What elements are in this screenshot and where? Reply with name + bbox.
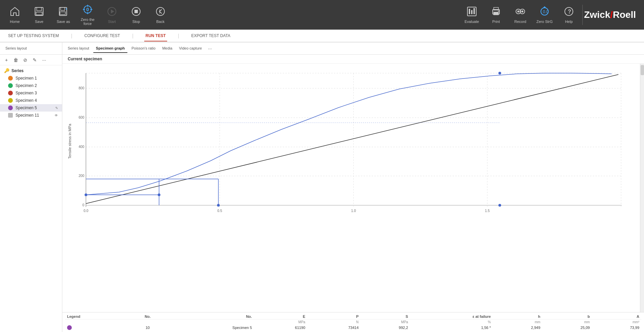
sub-tab-video[interactable]: Video capture bbox=[176, 44, 205, 53]
left-toolbar: + 🗑 ⊘ ✎ ··· bbox=[0, 55, 62, 65]
svg-text:?: ? bbox=[568, 9, 571, 14]
save-button[interactable]: Save bbox=[27, 1, 51, 28]
svg-text:0.0: 0.0 bbox=[543, 9, 549, 14]
zero-strg-icon: 0.0 bbox=[539, 6, 550, 18]
svg-rect-1 bbox=[37, 7, 41, 11]
specimen-color-4 bbox=[8, 98, 13, 103]
print-icon bbox=[491, 6, 501, 18]
row-legend bbox=[65, 325, 129, 331]
content-area: Series layout + 🗑 ⊘ ✎ ··· 🔑 Series Speci… bbox=[0, 42, 644, 332]
edit-active-icon: ✎ bbox=[55, 106, 58, 110]
record-icon bbox=[515, 6, 526, 18]
chart-svg: Tensile stress in MPa 0 200 400 600 8 bbox=[66, 67, 641, 215]
scrollbar-right[interactable] bbox=[640, 64, 644, 312]
col-b: b bbox=[542, 314, 592, 320]
edit-button[interactable]: ✎ bbox=[31, 56, 38, 64]
more-tabs-button[interactable]: ··· bbox=[206, 44, 214, 53]
specimen-color-1 bbox=[8, 76, 13, 81]
svg-text:0: 0 bbox=[82, 203, 84, 207]
tab-export[interactable]: EXPORT TEST DATA bbox=[190, 31, 232, 41]
series-list: 🔑 Series Specimen 1 Specimen 2 Specimen … bbox=[0, 65, 62, 332]
sub-tab-poissons[interactable]: Poisson's ratio bbox=[129, 44, 158, 53]
data-table-area: Legend No. No. E P S ε at failure h b A bbox=[62, 312, 644, 332]
tab-run[interactable]: RUN TEST bbox=[144, 31, 167, 41]
disable-button[interactable]: ⊘ bbox=[22, 56, 29, 64]
start-button[interactable]: Start bbox=[100, 1, 124, 28]
col-a: A bbox=[592, 314, 641, 320]
left-panel: Series layout + 🗑 ⊘ ✎ ··· 🔑 Series Speci… bbox=[0, 42, 62, 332]
help-button[interactable]: ? Help bbox=[557, 1, 581, 28]
specimen-item-3[interactable]: Specimen 3 bbox=[0, 89, 62, 97]
svg-text:400: 400 bbox=[79, 145, 84, 149]
specimen-item-5[interactable]: Specimen 5 ✎ bbox=[0, 104, 62, 112]
col-s: S bbox=[361, 314, 410, 320]
svg-text:0: 0 bbox=[86, 7, 89, 12]
svg-point-62 bbox=[158, 193, 160, 196]
svg-text:0.5: 0.5 bbox=[217, 209, 222, 213]
evaluate-icon bbox=[466, 6, 477, 18]
help-icon: ? bbox=[563, 6, 574, 18]
specimen-item-4[interactable]: Specimen 4 bbox=[0, 97, 62, 104]
col-h: h bbox=[493, 314, 542, 320]
save-as-icon: + bbox=[58, 6, 69, 18]
svg-point-24 bbox=[517, 10, 519, 12]
col-eps: ε at failure bbox=[410, 314, 493, 320]
more-button[interactable]: ··· bbox=[40, 56, 48, 64]
sub-tab-specimen-graph[interactable]: Specimen graph bbox=[93, 44, 128, 53]
evaluate-button[interactable]: Evaluate bbox=[460, 1, 484, 28]
row-a: 73,99 bbox=[592, 325, 641, 331]
brand-logo: Zwick/Roell bbox=[584, 9, 641, 20]
svg-text:+: + bbox=[65, 7, 67, 11]
col-legend: Legend bbox=[65, 314, 129, 320]
tab-configure[interactable]: CONFIGURE TEST bbox=[83, 31, 121, 41]
row-p: 73414 bbox=[307, 325, 361, 331]
zero-strg-button[interactable]: 0.0 Zero StrG bbox=[532, 1, 557, 28]
add-button[interactable]: + bbox=[3, 56, 10, 64]
home-button[interactable]: Home bbox=[3, 1, 27, 28]
graph-title: Current specimen bbox=[62, 55, 644, 64]
svg-rect-4 bbox=[61, 7, 65, 10]
table-header-row: Legend No. No. E P S ε at failure h b A bbox=[65, 314, 641, 320]
svg-text:Strain in %: Strain in % bbox=[346, 215, 364, 215]
row-e: 61190 bbox=[254, 325, 307, 331]
row-b: 25,09 bbox=[542, 325, 592, 331]
svg-point-25 bbox=[521, 10, 523, 12]
legend-color-dot bbox=[67, 325, 72, 330]
specimen-item-11[interactable]: Specimen 11 👁 bbox=[0, 112, 62, 119]
stop-icon bbox=[131, 6, 142, 18]
back-button[interactable]: Back bbox=[148, 1, 173, 28]
specimen-item-1[interactable]: Specimen 1 bbox=[0, 74, 62, 82]
zero-force-button[interactable]: 0 Zero the force bbox=[75, 1, 100, 28]
sub-tabs: Series layout Specimen graph Poisson's r… bbox=[62, 42, 644, 55]
record-button[interactable]: Record bbox=[508, 1, 532, 28]
sub-tab-media[interactable]: Media bbox=[159, 44, 175, 53]
delete-button[interactable]: 🗑 bbox=[12, 56, 20, 64]
main-area: Current specimen Tensile stress in MPa bbox=[62, 55, 644, 332]
tab-setup[interactable]: SET UP TESTING SYSTEM bbox=[7, 31, 60, 41]
save-as-button[interactable]: + Save as bbox=[51, 1, 75, 28]
table-unit-row: MPa N MPa % mm mm mm² bbox=[65, 319, 641, 325]
svg-rect-17 bbox=[473, 8, 475, 14]
specimen-color-11 bbox=[8, 113, 13, 118]
sub-tab-series-layout[interactable]: Series layout bbox=[3, 44, 30, 53]
svg-text:1.0: 1.0 bbox=[351, 209, 356, 213]
row-no-1: 10 bbox=[129, 325, 166, 331]
col-e: E bbox=[254, 314, 307, 320]
svg-point-13 bbox=[156, 7, 164, 16]
svg-text:800: 800 bbox=[79, 86, 84, 90]
specimen-item-2[interactable]: Specimen 2 bbox=[0, 82, 62, 89]
series-group-header[interactable]: 🔑 Series bbox=[0, 67, 62, 74]
scroll-thumb-right[interactable] bbox=[641, 65, 644, 75]
svg-line-54 bbox=[86, 74, 618, 204]
stop-button[interactable]: Stop bbox=[124, 1, 148, 28]
svg-rect-2 bbox=[36, 12, 42, 15]
print-button[interactable]: Print bbox=[484, 1, 508, 28]
nav-tabs: SET UP TESTING SYSTEM | CONFIGURE TEST |… bbox=[0, 30, 644, 42]
graph-container[interactable]: Tensile stress in MPa 0 200 400 600 8 bbox=[62, 64, 644, 312]
svg-text:Tensile stress in MPa: Tensile stress in MPa bbox=[68, 123, 72, 159]
sub-tab-series-layout[interactable]: Series layout bbox=[65, 44, 92, 53]
start-icon bbox=[106, 6, 117, 18]
right-area: Series layout Specimen graph Poisson's r… bbox=[62, 42, 644, 332]
data-table: Legend No. No. E P S ε at failure h b A bbox=[65, 314, 641, 331]
col-no-1: No. bbox=[129, 314, 166, 320]
